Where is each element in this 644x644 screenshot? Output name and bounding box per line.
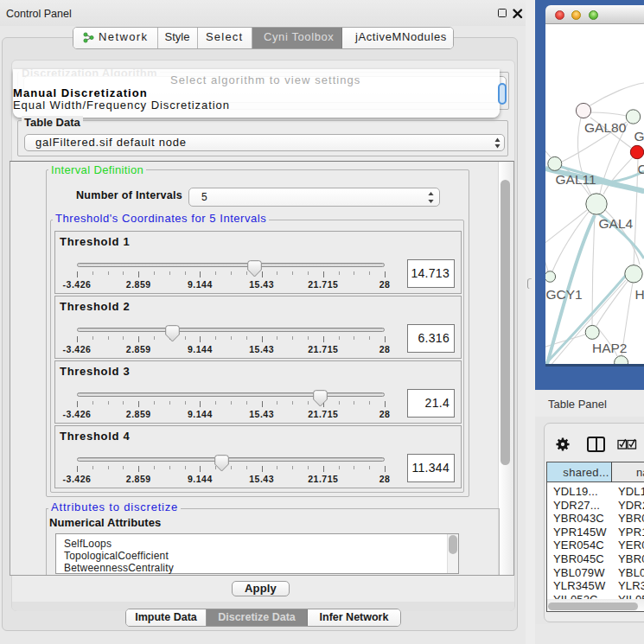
svg-text:GAL11: GAL11 bbox=[556, 172, 596, 187]
svg-text:GA: GA bbox=[634, 129, 644, 143]
svg-text:C: C bbox=[638, 162, 644, 176]
svg-text:GAL80: GAL80 bbox=[584, 120, 627, 135]
svg-text:GCY1: GCY1 bbox=[546, 287, 583, 302]
svg-text:GAL4: GAL4 bbox=[599, 216, 634, 231]
svg-text:HAP2: HAP2 bbox=[592, 341, 628, 355]
svg-text:HA: HA bbox=[635, 287, 644, 302]
